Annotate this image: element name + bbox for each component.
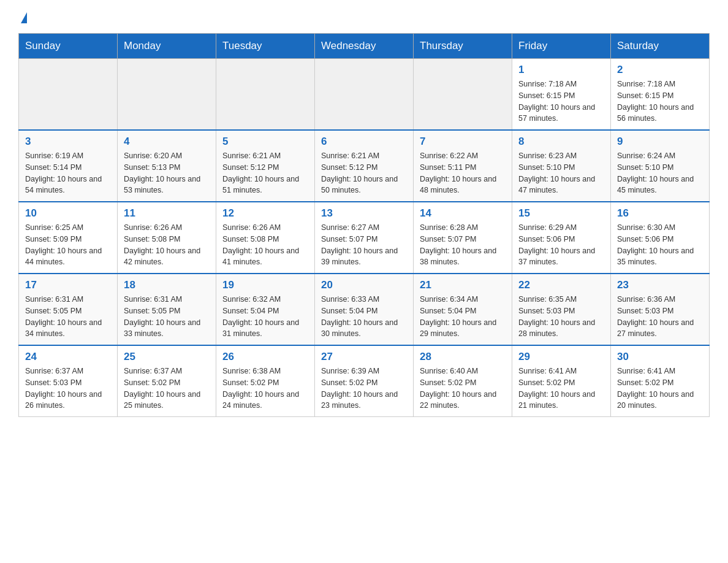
day-info: Sunrise: 6:20 AM Sunset: 5:13 PM Dayligh… — [124, 150, 210, 196]
calendar-cell: 25Sunrise: 6:37 AM Sunset: 5:02 PM Dayli… — [118, 345, 216, 417]
calendar-week-row: 17Sunrise: 6:31 AM Sunset: 5:05 PM Dayli… — [19, 274, 710, 345]
day-number: 22 — [518, 279, 604, 291]
day-info: Sunrise: 6:32 AM Sunset: 5:04 PM Dayligh… — [222, 294, 308, 340]
calendar-header-thursday: Thursday — [414, 34, 512, 59]
calendar-cell — [118, 59, 216, 131]
day-info: Sunrise: 6:36 AM Sunset: 5:03 PM Dayligh… — [617, 294, 703, 340]
page-header — [18, 12, 710, 22]
calendar-table: SundayMondayTuesdayWednesdayThursdayFrid… — [18, 33, 710, 417]
calendar-cell: 16Sunrise: 6:30 AM Sunset: 5:06 PM Dayli… — [611, 202, 710, 274]
calendar-header-tuesday: Tuesday — [216, 34, 315, 59]
calendar-week-row: 10Sunrise: 6:25 AM Sunset: 5:09 PM Dayli… — [19, 202, 710, 274]
day-number: 7 — [420, 136, 506, 148]
calendar-cell: 15Sunrise: 6:29 AM Sunset: 5:06 PM Dayli… — [512, 202, 611, 274]
day-info: Sunrise: 7:18 AM Sunset: 6:15 PM Dayligh… — [617, 79, 703, 124]
day-number: 3 — [25, 136, 111, 148]
day-info: Sunrise: 7:18 AM Sunset: 6:15 PM Dayligh… — [518, 79, 604, 124]
day-info: Sunrise: 6:34 AM Sunset: 5:04 PM Dayligh… — [420, 294, 506, 340]
day-info: Sunrise: 6:21 AM Sunset: 5:12 PM Dayligh… — [222, 150, 308, 196]
calendar-cell: 29Sunrise: 6:41 AM Sunset: 5:02 PM Dayli… — [512, 345, 611, 417]
day-info: Sunrise: 6:24 AM Sunset: 5:10 PM Dayligh… — [617, 150, 703, 196]
day-number: 2 — [617, 64, 703, 76]
day-info: Sunrise: 6:25 AM Sunset: 5:09 PM Dayligh… — [25, 222, 111, 268]
logo — [18, 12, 27, 22]
calendar-header-friday: Friday — [512, 34, 611, 59]
day-number: 4 — [124, 136, 210, 148]
day-number: 13 — [321, 207, 407, 220]
calendar-cell: 21Sunrise: 6:34 AM Sunset: 5:04 PM Dayli… — [414, 274, 512, 345]
day-number: 28 — [420, 351, 506, 363]
day-number: 27 — [321, 351, 407, 363]
calendar-header-saturday: Saturday — [611, 34, 710, 59]
day-info: Sunrise: 6:27 AM Sunset: 5:07 PM Dayligh… — [321, 222, 407, 268]
day-info: Sunrise: 6:21 AM Sunset: 5:12 PM Dayligh… — [321, 150, 407, 196]
calendar-cell: 20Sunrise: 6:33 AM Sunset: 5:04 PM Dayli… — [315, 274, 414, 345]
calendar-cell: 4Sunrise: 6:20 AM Sunset: 5:13 PM Daylig… — [118, 130, 216, 202]
day-number: 23 — [617, 279, 703, 291]
calendar-cell: 22Sunrise: 6:35 AM Sunset: 5:03 PM Dayli… — [512, 274, 611, 345]
day-number: 12 — [222, 207, 308, 220]
calendar-cell: 9Sunrise: 6:24 AM Sunset: 5:10 PM Daylig… — [611, 130, 710, 202]
calendar-cell: 10Sunrise: 6:25 AM Sunset: 5:09 PM Dayli… — [19, 202, 118, 274]
calendar-cell: 2Sunrise: 7:18 AM Sunset: 6:15 PM Daylig… — [611, 59, 710, 131]
day-info: Sunrise: 6:31 AM Sunset: 5:05 PM Dayligh… — [124, 294, 210, 340]
calendar-cell — [216, 59, 315, 131]
day-number: 15 — [518, 207, 604, 220]
day-number: 19 — [222, 279, 308, 291]
day-info: Sunrise: 6:41 AM Sunset: 5:02 PM Dayligh… — [617, 366, 703, 412]
day-info: Sunrise: 6:31 AM Sunset: 5:05 PM Dayligh… — [25, 294, 111, 340]
calendar-week-row: 1Sunrise: 7:18 AM Sunset: 6:15 PM Daylig… — [19, 59, 710, 131]
calendar-cell: 30Sunrise: 6:41 AM Sunset: 5:02 PM Dayli… — [611, 345, 710, 417]
day-info: Sunrise: 6:37 AM Sunset: 5:02 PM Dayligh… — [124, 366, 210, 412]
day-number: 14 — [420, 207, 506, 220]
day-number: 1 — [518, 64, 604, 76]
day-number: 6 — [321, 136, 407, 148]
calendar-week-row: 24Sunrise: 6:37 AM Sunset: 5:03 PM Dayli… — [19, 345, 710, 417]
calendar-cell: 7Sunrise: 6:22 AM Sunset: 5:11 PM Daylig… — [414, 130, 512, 202]
calendar-header-sunday: Sunday — [19, 34, 118, 59]
day-info: Sunrise: 6:19 AM Sunset: 5:14 PM Dayligh… — [25, 150, 111, 196]
day-info: Sunrise: 6:40 AM Sunset: 5:02 PM Dayligh… — [420, 366, 506, 412]
calendar-cell: 19Sunrise: 6:32 AM Sunset: 5:04 PM Dayli… — [216, 274, 315, 345]
day-number: 11 — [124, 207, 210, 220]
day-info: Sunrise: 6:23 AM Sunset: 5:10 PM Dayligh… — [518, 150, 604, 196]
day-info: Sunrise: 6:29 AM Sunset: 5:06 PM Dayligh… — [518, 222, 604, 268]
calendar-cell: 26Sunrise: 6:38 AM Sunset: 5:02 PM Dayli… — [216, 345, 315, 417]
calendar-cell: 14Sunrise: 6:28 AM Sunset: 5:07 PM Dayli… — [414, 202, 512, 274]
day-info: Sunrise: 6:33 AM Sunset: 5:04 PM Dayligh… — [321, 294, 407, 340]
calendar-cell: 27Sunrise: 6:39 AM Sunset: 5:02 PM Dayli… — [315, 345, 414, 417]
calendar-cell: 11Sunrise: 6:26 AM Sunset: 5:08 PM Dayli… — [118, 202, 216, 274]
day-number: 10 — [25, 207, 111, 220]
calendar-cell: 23Sunrise: 6:36 AM Sunset: 5:03 PM Dayli… — [611, 274, 710, 345]
calendar-cell: 24Sunrise: 6:37 AM Sunset: 5:03 PM Dayli… — [19, 345, 118, 417]
calendar-cell: 12Sunrise: 6:26 AM Sunset: 5:08 PM Dayli… — [216, 202, 315, 274]
calendar-cell: 8Sunrise: 6:23 AM Sunset: 5:10 PM Daylig… — [512, 130, 611, 202]
calendar-cell: 18Sunrise: 6:31 AM Sunset: 5:05 PM Dayli… — [118, 274, 216, 345]
day-info: Sunrise: 6:35 AM Sunset: 5:03 PM Dayligh… — [518, 294, 604, 340]
day-number: 5 — [222, 136, 308, 148]
day-number: 25 — [124, 351, 210, 363]
calendar-cell: 5Sunrise: 6:21 AM Sunset: 5:12 PM Daylig… — [216, 130, 315, 202]
day-number: 29 — [518, 351, 604, 363]
day-number: 21 — [420, 279, 506, 291]
calendar-cell — [315, 59, 414, 131]
calendar-cell: 3Sunrise: 6:19 AM Sunset: 5:14 PM Daylig… — [19, 130, 118, 202]
day-number: 26 — [222, 351, 308, 363]
day-number: 20 — [321, 279, 407, 291]
calendar-week-row: 3Sunrise: 6:19 AM Sunset: 5:14 PM Daylig… — [19, 130, 710, 202]
day-number: 24 — [25, 351, 111, 363]
calendar-cell: 1Sunrise: 7:18 AM Sunset: 6:15 PM Daylig… — [512, 59, 611, 131]
logo-triangle-icon — [21, 12, 27, 23]
calendar-header-row: SundayMondayTuesdayWednesdayThursdayFrid… — [19, 34, 710, 59]
day-number: 16 — [617, 207, 703, 220]
day-info: Sunrise: 6:41 AM Sunset: 5:02 PM Dayligh… — [518, 366, 604, 412]
day-number: 18 — [124, 279, 210, 291]
day-info: Sunrise: 6:37 AM Sunset: 5:03 PM Dayligh… — [25, 366, 111, 412]
calendar-cell: 13Sunrise: 6:27 AM Sunset: 5:07 PM Dayli… — [315, 202, 414, 274]
day-info: Sunrise: 6:26 AM Sunset: 5:08 PM Dayligh… — [222, 222, 308, 268]
day-info: Sunrise: 6:22 AM Sunset: 5:11 PM Dayligh… — [420, 150, 506, 196]
calendar-header-wednesday: Wednesday — [315, 34, 414, 59]
day-info: Sunrise: 6:39 AM Sunset: 5:02 PM Dayligh… — [321, 366, 407, 412]
day-number: 8 — [518, 136, 604, 148]
calendar-cell — [19, 59, 118, 131]
